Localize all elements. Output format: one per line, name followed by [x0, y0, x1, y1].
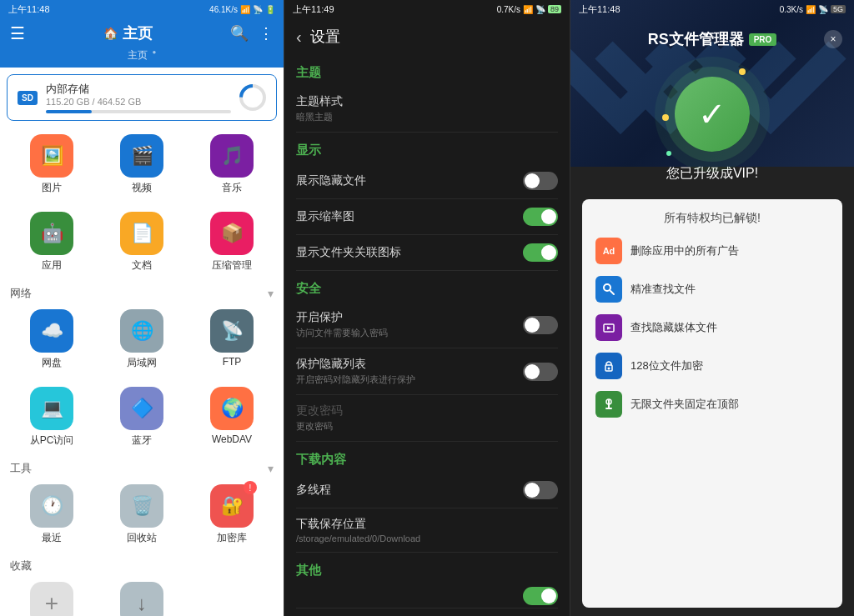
- status-time-2: 上午11:49: [293, 3, 334, 16]
- nav-action-icons: 🔍 ⋮: [230, 24, 274, 43]
- settings-item-protection[interactable]: 开启保护 访问文件需要输入密码: [296, 302, 558, 348]
- grid-row-1: 🖼️ 图片 🎬 视频 🎵 音乐: [7, 128, 277, 202]
- hidden-media-text: 查找隐藏媒体文件: [630, 320, 717, 335]
- wifi-icon-2: 📡: [535, 5, 545, 14]
- search-feature-text: 精准查找文件: [630, 282, 696, 297]
- grid-item-video[interactable]: 🎬 视频: [108, 128, 175, 202]
- settings-item-show-folder-icon[interactable]: 显示文件夹关联图标: [296, 235, 558, 271]
- grid-item-pc[interactable]: 💻 从PC访问: [18, 380, 85, 454]
- trash-label: 回收站: [127, 531, 157, 545]
- show-folder-icon-toggle[interactable]: [523, 243, 558, 262]
- apps-icon: 🤖: [30, 212, 73, 255]
- protect-hidden-left: 保护隐藏列表 开启密码对隐藏列表进行保护: [296, 357, 415, 386]
- status-bar-3: 上午11:48 0.3K/s 📶 📡 5G: [570, 0, 854, 18]
- grid-item-cloud[interactable]: ☁️ 网盘: [18, 303, 85, 377]
- vip-check-circle: ✓: [675, 77, 750, 152]
- show-hidden-left: 展示隐藏文件: [296, 173, 366, 188]
- multithread-toggle[interactable]: [523, 481, 558, 499]
- storage-pie-chart: [239, 84, 266, 111]
- settings-item-show-hidden[interactable]: 展示隐藏文件: [296, 163, 558, 199]
- add-icon: +: [30, 582, 73, 616]
- grid-item-trash[interactable]: 🗑️ 回收站: [108, 478, 175, 552]
- grid-item-music[interactable]: 🎵 音乐: [198, 128, 265, 202]
- download-icon: ↓: [120, 582, 163, 616]
- storage-bar: [46, 110, 231, 113]
- sub-nav-dot: ●: [153, 48, 157, 63]
- grid-item-vault[interactable]: 🔐 ! 加密库: [198, 478, 265, 552]
- grid-item-lan[interactable]: 🌐 局域网: [108, 303, 175, 377]
- grid-item-bluetooth[interactable]: 🔷 蓝牙: [108, 380, 175, 454]
- lan-icon: 🌐: [120, 309, 163, 353]
- grid-item-ftp[interactable]: 📡 FTP: [198, 303, 265, 377]
- back-button[interactable]: ‹: [296, 28, 302, 47]
- archive-label: 压缩管理: [212, 258, 252, 273]
- protection-toggle[interactable]: [523, 316, 558, 334]
- tools-grid: 🕐 最近 🗑️ 回收站 🔐 ! 加密库: [0, 478, 284, 555]
- grid-item-photos[interactable]: 🖼️ 图片: [18, 128, 85, 202]
- show-hidden-toggle[interactable]: [523, 172, 558, 190]
- grid-item-recent[interactable]: 🕐 最近: [18, 478, 85, 552]
- recent-label: 最近: [42, 531, 62, 545]
- favorites-grid: + 添加 ↓ 下载: [0, 575, 284, 616]
- music-label: 音乐: [222, 181, 242, 195]
- vip-header: RS文件管理器 PRO ×: [570, 18, 854, 60]
- protect-hidden-knob: [525, 364, 540, 379]
- wifi-icon-3: 📡: [818, 5, 828, 14]
- status-bar-2: 上午11:49 0.7K/s 📶 📡 89: [284, 0, 570, 18]
- theme-style-sub: 暗黑主题: [296, 111, 343, 123]
- sub-nav-label: 主页: [128, 48, 148, 63]
- download-path-left: 下载保存位置 /storage/emulated/0/Download: [296, 517, 420, 543]
- menu-icon[interactable]: ☰: [10, 23, 25, 43]
- grid-item-apps[interactable]: 🤖 应用: [18, 205, 85, 279]
- settings-item-theme-style[interactable]: 主题样式 暗黑主题: [296, 86, 558, 133]
- other-toggle[interactable]: [523, 587, 558, 605]
- storage-card[interactable]: SD 内部存储 115.20 GB / 464.52 GB: [7, 74, 277, 121]
- docs-icon: 📄: [120, 212, 163, 255]
- protect-hidden-toggle[interactable]: [523, 363, 558, 381]
- settings-item-multithread[interactable]: 多线程: [296, 473, 558, 508]
- storage-name: 内部存储: [46, 82, 231, 97]
- settings-item-protect-hidden[interactable]: 保护隐藏列表 开启密码对隐藏列表进行保护: [296, 348, 558, 395]
- change-password-left: 更改密码 更改密码: [296, 403, 343, 433]
- download-path-sub: /storage/emulated/0/Download: [296, 533, 420, 543]
- show-folder-icon-label: 显示文件夹关联图标: [296, 245, 401, 260]
- multithread-knob: [525, 483, 540, 498]
- close-button[interactable]: ×: [824, 30, 842, 48]
- theme-style-label: 主题样式: [296, 94, 343, 109]
- search-icon[interactable]: 🔍: [230, 24, 249, 43]
- network-speed-1: 46.1K/s: [209, 5, 238, 14]
- settings-nav: ‹ 设置: [284, 18, 570, 55]
- grid-item-docs[interactable]: 📄 文档: [108, 205, 175, 279]
- network-collapse-arrow[interactable]: ▾: [268, 287, 274, 300]
- dot-3: [662, 114, 669, 121]
- show-thumb-left: 显示缩率图: [296, 209, 354, 224]
- video-label: 视频: [132, 181, 152, 195]
- multithread-label: 多线程: [296, 483, 331, 498]
- status-time-3: 上午11:48: [579, 3, 620, 16]
- ftp-label: FTP: [223, 356, 242, 368]
- storage-bar-fill: [46, 110, 93, 113]
- grid-item-webdav[interactable]: 🌍 WebDAV: [198, 380, 265, 454]
- battery-icon-3: 5G: [831, 5, 846, 13]
- tools-collapse-arrow[interactable]: ▾: [268, 462, 274, 475]
- show-thumb-toggle[interactable]: [523, 208, 558, 226]
- protection-sub: 访问文件需要输入密码: [296, 327, 388, 339]
- vip-feature-search: 精准查找文件: [595, 276, 829, 303]
- grid-item-download[interactable]: ↓ 下载: [108, 575, 175, 616]
- video-icon: 🎬: [120, 134, 163, 178]
- settings-item-show-thumb[interactable]: 显示缩率图: [296, 199, 558, 235]
- svg-point-7: [608, 368, 610, 370]
- network-grid: ☁️ 网盘 🌐 局域网 📡 FTP 💻 从PC访问 🔷 蓝牙 🌍: [0, 303, 284, 458]
- vault-icon: 🔐 !: [210, 484, 254, 528]
- grid-item-add[interactable]: + 添加: [18, 575, 85, 616]
- vip-title: RS文件管理器: [648, 29, 744, 49]
- more-icon[interactable]: ⋮: [259, 24, 274, 43]
- vip-feature-hidden-media: 查找隐藏媒体文件: [595, 314, 829, 341]
- ftp-icon: 📡: [210, 309, 254, 353]
- pc-icon: 💻: [30, 387, 73, 430]
- settings-item-download-path[interactable]: 下载保存位置 /storage/emulated/0/Download: [296, 508, 558, 553]
- grid-item-archive[interactable]: 📦 压缩管理: [198, 205, 265, 279]
- section-title-display: 显示: [296, 143, 558, 158]
- vip-upgrade-message: 您已升级成VIP!: [666, 165, 758, 183]
- vip-features-card: 所有特权均已解锁! Ad 删除应用中的所有广告 精准查找文件 查找隐藏媒体文件: [582, 199, 842, 608]
